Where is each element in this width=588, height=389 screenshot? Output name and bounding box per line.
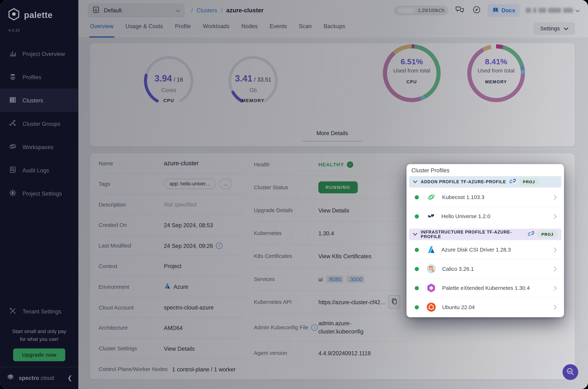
breadcrumb-clusters-link[interactable]: Clusters <box>196 7 217 13</box>
explore-button[interactable] <box>472 4 482 16</box>
link-icon <box>509 178 515 185</box>
info-icon[interactable]: i <box>311 324 318 330</box>
sidebar-item-audit-logs[interactable]: Audit Logs <box>0 159 78 182</box>
tab-profile[interactable]: Profile <box>175 21 191 36</box>
pxk-logo-icon <box>426 283 436 293</box>
spectro-cloud-logo-icon <box>6 372 15 383</box>
calico-logo-icon <box>426 264 436 274</box>
infrastructure-profile-section-header[interactable]: INFRASTRUCTURE PROFILE TF-AZURE-PROFILE … <box>409 229 561 240</box>
sidebar-collapse-icon[interactable]: ❮ <box>67 374 72 381</box>
profile-item-calico[interactable]: Calico 3.26.1 <box>409 259 561 278</box>
profile-item-label: Hello Universe 1.2.0 <box>442 213 490 219</box>
metrics-card: 3.94 / 16 Cores CPU 3.41 / 33.51 Gb MEMO… <box>90 43 575 147</box>
service-port-3000-link[interactable]: :3000 <box>347 275 364 283</box>
profile-item-ubuntu[interactable]: Ubuntu 22.04 <box>409 297 561 317</box>
section-header-label: INFRASTRUCTURE PROFILE TF-AZURE-PROFILE <box>421 230 525 239</box>
tag-pill[interactable]: app: hello-univer… <box>164 179 216 189</box>
more-details-button[interactable]: More Details <box>302 130 362 141</box>
profile-item-hello-universe[interactable]: Hello Universe 1.2.0 <box>409 206 561 226</box>
user-menu[interactable] <box>526 7 580 14</box>
service-port-8080-link[interactable]: :8080 <box>326 275 343 283</box>
layers-icon <box>9 73 17 81</box>
cpu-donut-caption: Used from total <box>383 67 441 73</box>
cluster-profiles-popup: Cluster Profiles ADDON PROFILE TF-AZURE-… <box>406 164 564 318</box>
tab-events[interactable]: Events <box>270 21 287 36</box>
search-fab-button[interactable] <box>562 364 578 380</box>
profile-item-label: Ubuntu 22.04 <box>442 304 475 310</box>
health-status-text: HEALTHY <box>318 162 344 167</box>
breadcrumb-separator: / <box>221 7 223 13</box>
cpu-gauge-label: CPU <box>140 98 197 103</box>
sidebar-item-project-overview[interactable]: Project Overview <box>0 42 78 65</box>
detail-row-services: Services ui :8080 :3000 <box>254 267 407 290</box>
tag-more-pill[interactable]: … <box>219 179 232 189</box>
detail-row-cluster-status: Cluster Status RUNNING <box>254 176 407 199</box>
cpu-donut-chart: 6.51% Used from total CPU <box>383 44 441 102</box>
upgrade-view-details-link[interactable]: View Details <box>318 207 349 213</box>
kubecost-logo-icon <box>426 192 436 202</box>
upgrade-now-button[interactable]: Upgrade now <box>13 349 65 361</box>
context-value: Project <box>164 263 182 269</box>
settings-dropdown-button[interactable]: Settings <box>534 23 575 34</box>
compass-icon <box>472 5 481 15</box>
addon-profile-section-header[interactable]: ADDON PROFILE TF-AZURE-PROFILE PROJ <box>409 176 561 187</box>
detail-row-agent-version: Agent version 4.4.9/20240912.1118 <box>254 341 407 364</box>
control-plane-value: 1 control-plane / 1 worker <box>172 366 236 372</box>
tab-nodes[interactable]: Nodes <box>241 21 258 36</box>
tab-backups[interactable]: Backups <box>324 21 345 36</box>
project-selector-dropdown[interactable]: Default <box>88 4 184 17</box>
sidebar-item-clusters[interactable]: Clusters <box>0 89 78 112</box>
sidebar-item-project-settings[interactable]: Project Settings <box>0 182 78 205</box>
detail-row-cluster-settings: Cluster Settings View Details <box>99 338 246 358</box>
tab-workloads[interactable]: Workloads <box>203 21 229 36</box>
profile-item-palette-extended-kubernetes[interactable]: Palette eXtended Kubernetes 1.30.4 <box>409 278 561 297</box>
agent-version-value: 4.4.9/20240912.1118 <box>318 350 371 356</box>
profile-item-azure-disk-csi[interactable]: Azure Disk CSI Driver 1.28.3 <box>409 240 561 259</box>
sidebar-item-profiles[interactable]: Profiles <box>0 65 78 89</box>
breadcrumb-current: azure-cluster <box>226 7 264 14</box>
sidebar-item-label: Project Settings <box>23 190 62 196</box>
redacted-usage-bar <box>398 8 415 13</box>
chevron-down-icon <box>413 233 417 236</box>
tab-overview[interactable]: Overview <box>90 21 113 36</box>
hello-universe-logo-icon <box>426 212 435 221</box>
usage-credits-pill[interactable]: 1.29/100kCh <box>394 5 448 15</box>
info-icon[interactable]: i <box>216 242 222 249</box>
tab-scan[interactable]: Scan <box>299 21 312 36</box>
tab-usage-costs[interactable]: Usage & Costs <box>126 21 163 36</box>
network-icon <box>9 119 17 128</box>
footer-brand: spectro cloud <box>19 374 54 381</box>
search-smile-icon <box>565 367 575 378</box>
detail-row-context: Context Project <box>99 256 246 276</box>
sidebar-item-workspaces[interactable]: Workspaces <box>0 135 78 158</box>
view-k8s-certificates-link[interactable]: View K8s Certificates <box>318 253 371 259</box>
sidebar-item-label: Audit Logs <box>23 167 49 173</box>
profile-item-label: Calico 3.26.1 <box>442 266 474 272</box>
redacted-text <box>563 8 573 13</box>
docs-button[interactable]: Docs <box>488 4 520 17</box>
project-selector-value: Default <box>104 7 122 13</box>
memory-gauge-label: MEMORY <box>225 98 281 103</box>
kubeconfig-download-link[interactable]: admin.azure-cluster.kubeconfig <box>318 319 378 336</box>
memory-donut-chart: 8.41% Used from total MEMORY <box>467 44 525 102</box>
detail-row-last-modified: Last Modified 24 Sep 2024, 09:26 i <box>99 235 246 256</box>
detail-row-health: Health HEALTHY ✓ <box>254 153 407 176</box>
detail-row-architecture: Architecture AMD64 <box>99 318 246 338</box>
kubernetes-version-value: 1.30.4 <box>318 230 334 236</box>
detail-row-kubernetes: Kubernetes 1.30.4 <box>254 222 407 244</box>
sidebar-item-cluster-groups[interactable]: Cluster Groups <box>0 112 78 135</box>
copy-button[interactable] <box>388 295 400 309</box>
status-dot-green <box>415 214 419 219</box>
kubernetes-api-value: https://azure-cluster-cf42… <box>318 299 386 305</box>
bar-chart-icon <box>9 49 17 58</box>
audit-log-icon <box>9 166 17 174</box>
health-check-icon: ✓ <box>347 161 353 168</box>
gear-icon <box>9 189 17 198</box>
cpu-gauge-value: 3.94 / 16 Cores <box>140 73 197 93</box>
created-on-value: 24 Sep 2024, 08:53 <box>164 222 213 228</box>
sidebar-item-tenant-settings[interactable]: Tenant Settings <box>0 301 78 322</box>
chat-button[interactable] <box>454 4 465 16</box>
cluster-settings-view-details-link[interactable]: View Details <box>164 345 195 352</box>
chat-bubbles-icon <box>455 5 465 15</box>
profile-item-kubecost[interactable]: Kubecost 1.103.3 <box>409 187 561 206</box>
